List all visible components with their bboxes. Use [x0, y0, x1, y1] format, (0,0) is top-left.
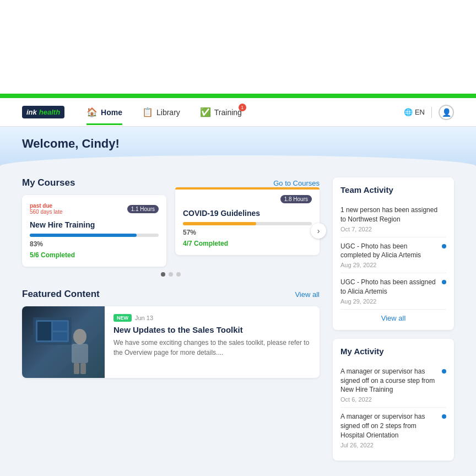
team-activity-text-3: UGC - Photo has been assigned to Alicia … — [340, 278, 446, 296]
team-activity-dot-2 — [442, 244, 446, 248]
new-badge: NEW — [113, 314, 132, 322]
user-icon: 👤 — [442, 108, 451, 117]
nav-item-home[interactable]: 🏠 Home — [86, 99, 122, 125]
home-icon: 🏠 — [86, 107, 98, 117]
my-activity-text-2: A manager or supervisor has signed off o… — [340, 412, 446, 440]
featured-image — [22, 306, 105, 378]
navbar: ink health 🏠 Home 📋 Library ✅ Training 1… — [0, 98, 476, 127]
featured-img-inner — [22, 306, 105, 378]
completed-1: 5/6 Completed — [30, 251, 159, 259]
featured-date: Jun 13 — [135, 315, 153, 321]
logo-ink-text: ink — [26, 108, 37, 116]
featured-title: Featured Content — [22, 289, 100, 300]
team-activity-date-2: Aug 29, 2022 — [340, 262, 446, 268]
featured-illustration — [28, 306, 99, 378]
my-activity-title: My Activity — [340, 347, 446, 356]
team-activity-item-3: UGC - Photo has been assigned to Alicia … — [340, 273, 446, 310]
svg-rect-3 — [53, 322, 67, 331]
course-card-wrapper-2: 1.8 Hours COVID-19 Guidelines 57% 4/7 Co… — [175, 195, 320, 267]
svg-rect-8 — [80, 363, 86, 374]
past-due-label: past due — [30, 203, 63, 209]
my-courses-section: My Courses Go to Courses past due 560 da… — [22, 177, 320, 277]
globe-icon: 🌐 — [404, 108, 413, 116]
library-icon: 📋 — [142, 107, 153, 117]
nav-divider — [431, 107, 432, 118]
orange-top-bar — [175, 187, 320, 190]
top-whitespace — [0, 0, 476, 94]
card-top-1: past due 560 days late 1.1 Hours — [30, 203, 159, 215]
my-activity-item-2: A manager or supervisor has signed off o… — [340, 408, 446, 452]
training-icon: ✅ — [200, 107, 211, 117]
team-activity-view-all[interactable]: View all — [340, 310, 446, 322]
my-courses-title: My Courses — [22, 177, 75, 188]
svg-rect-7 — [74, 363, 79, 374]
nav-item-library[interactable]: 📋 Library — [142, 99, 180, 125]
nav-item-training[interactable]: ✅ Training 1 — [200, 99, 242, 125]
language-button[interactable]: 🌐 EN — [404, 108, 425, 116]
svg-point-5 — [73, 329, 86, 344]
team-activity-date-3: Aug 29, 2022 — [340, 298, 446, 305]
my-activity-dot-1 — [442, 369, 446, 374]
nav-training-label: Training — [214, 108, 242, 117]
my-activity-date-2: Jul 26, 2022 — [340, 442, 446, 448]
team-activity-title: Team Activity — [340, 185, 446, 194]
logo[interactable]: ink health — [22, 106, 64, 118]
featured-content-section: Featured Content View all — [22, 289, 320, 378]
my-activity-date-1: Oct 6, 2022 — [340, 396, 446, 403]
svg-rect-2 — [37, 322, 51, 340]
nav-right: 🌐 EN 👤 — [404, 105, 454, 120]
nav-home-label: Home — [101, 108, 122, 117]
carousel-next-button[interactable]: › — [311, 223, 326, 239]
my-activity-item-1: A manager or supervisor has signed off o… — [340, 363, 446, 408]
svg-rect-6 — [72, 344, 88, 363]
courses-grid: past due 560 days late 1.1 Hours New Hir… — [22, 195, 320, 267]
featured-header: Featured Content View all — [22, 289, 320, 300]
dot-2[interactable] — [169, 272, 173, 277]
past-due-info: past due 560 days late — [30, 203, 63, 215]
progress-bar-1 — [30, 234, 159, 237]
lang-label: EN — [415, 108, 425, 116]
main-content: My Courses Go to Courses past due 560 da… — [0, 166, 476, 476]
go-to-courses-link[interactable]: Go to Courses — [273, 179, 320, 187]
training-badge: 1 — [239, 104, 246, 111]
team-activity-item-2: UGC - Photo has been completed by Alicia… — [340, 237, 446, 274]
late-label: 560 days late — [30, 209, 63, 215]
nav-library-label: Library — [156, 108, 180, 117]
team-activity-text-2: UGC - Photo has been completed by Alicia… — [340, 242, 446, 261]
featured-card[interactable]: NEW Jun 13 New Updates to the Sales Tool… — [22, 306, 320, 378]
card-top-2: 1.8 Hours — [183, 195, 312, 203]
course-hours-1: 1.1 Hours — [127, 205, 159, 213]
my-activity-card: My Activity A manager or supervisor has … — [333, 339, 454, 461]
featured-item-title: New Updates to the Sales Toolkit — [113, 325, 311, 334]
welcome-banner: Welcome, Cindy! — [0, 127, 476, 166]
my-courses-header: My Courses Go to Courses — [22, 177, 320, 188]
carousel-dots — [22, 272, 320, 277]
progress-pct-2: 57% — [183, 229, 312, 236]
green-bar — [0, 94, 476, 98]
logo-health-text: health — [39, 108, 60, 116]
course-card-1[interactable]: past due 560 days late 1.1 Hours New Hir… — [22, 195, 166, 267]
team-activity-card: Team Activity 1 new person has been assi… — [333, 177, 454, 330]
course-title-2: COVID-19 Guidelines — [183, 209, 312, 218]
user-profile-button[interactable]: 👤 — [439, 105, 454, 120]
course-card-wrapper-1: past due 560 days late 1.1 Hours New Hir… — [22, 195, 166, 267]
wave-decoration — [0, 155, 476, 166]
right-column: Team Activity 1 new person has been assi… — [333, 177, 454, 469]
course-hours-2: 1.8 Hours — [280, 195, 312, 203]
welcome-text: Welcome, Cindy! — [22, 137, 120, 150]
progress-fill-2 — [183, 222, 256, 225]
course-title-1: New Hire Training — [30, 220, 159, 229]
team-activity-date-1: Oct 7, 2022 — [340, 226, 446, 232]
dot-3[interactable] — [176, 272, 181, 277]
dot-1[interactable] — [161, 272, 165, 277]
progress-bar-2 — [183, 222, 312, 225]
team-activity-text-1: 1 new person has been assigned to Northw… — [340, 205, 446, 224]
team-activity-item-1: 1 new person has been assigned to Northw… — [340, 201, 446, 237]
featured-view-all-link[interactable]: View all — [295, 290, 320, 299]
nav-links: 🏠 Home 📋 Library ✅ Training 1 — [86, 99, 404, 125]
progress-fill-1 — [30, 234, 137, 237]
svg-rect-4 — [53, 332, 67, 340]
progress-pct-1: 83% — [30, 240, 159, 248]
left-column: My Courses Go to Courses past due 560 da… — [22, 177, 320, 469]
course-card-2[interactable]: 1.8 Hours COVID-19 Guidelines 57% 4/7 Co… — [175, 187, 320, 255]
